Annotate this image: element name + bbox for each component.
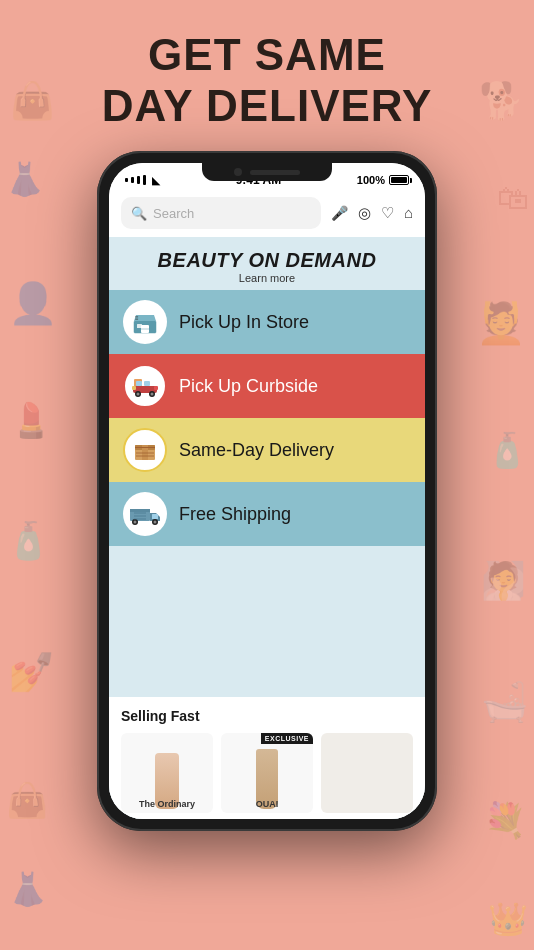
search-placeholder: Search [153, 206, 194, 221]
svg-point-24 [134, 521, 137, 524]
signal-bar-2 [131, 177, 134, 183]
pickup-store-label: Pick Up In Store [179, 312, 309, 333]
pickup-curbside-icon-circle [123, 364, 167, 408]
store-icon: ≡ [130, 307, 160, 337]
product-label-ouai: OUAI [256, 799, 279, 809]
svg-point-12 [151, 393, 154, 396]
battery-percent: 100% [357, 174, 385, 186]
free-shipping-label: Free Shipping [179, 504, 291, 525]
search-input-box[interactable]: 🔍 Search [121, 197, 321, 229]
wifi-icon: ◣ [152, 174, 160, 187]
package-icon [130, 435, 160, 465]
svg-rect-13 [132, 386, 136, 390]
option-free-shipping[interactable]: Free Shipping [109, 482, 425, 546]
svg-rect-18 [135, 447, 155, 448]
same-day-label: Same-Day Delivery [179, 440, 334, 461]
svg-text:≡: ≡ [135, 315, 139, 321]
heart-icon[interactable]: ♡ [381, 204, 394, 222]
option-same-day[interactable]: Same-Day Delivery [109, 418, 425, 482]
search-bar-row: 🔍 Search 🎤 ◎ ♡ ⌂ [109, 191, 425, 237]
option-pickup-store[interactable]: ≡ Pick Up In Store [109, 290, 425, 354]
beauty-section: BEAUTY ON DEMAND Learn more [109, 237, 425, 819]
svg-rect-7 [136, 381, 142, 386]
signal-area: ◣ [125, 174, 160, 187]
selling-fast-section: Selling Fast The Ordinary EXCLUSIVE OUAI [109, 697, 425, 819]
svg-rect-27 [130, 509, 150, 512]
page-header: GET SAME DAY DELIVERY [102, 30, 433, 131]
speaker [250, 170, 300, 175]
product-card-ouai[interactable]: EXCLUSIVE OUAI [221, 733, 313, 813]
pickup-curbside-label: Pick Up Curbside [179, 376, 318, 397]
signal-bar-4 [143, 175, 146, 185]
header-line1: GET SAME [102, 30, 433, 81]
header-line2: DAY DELIVERY [102, 81, 433, 132]
svg-rect-2 [137, 324, 142, 328]
battery-area: 100% [357, 174, 409, 186]
bag-icon[interactable]: ⌂ [404, 204, 413, 222]
svg-rect-14 [154, 386, 158, 390]
camera [234, 168, 242, 176]
free-shipping-icon-circle [123, 492, 167, 536]
nav-icons: ◎ ♡ ⌂ [358, 204, 413, 222]
phone-notch [202, 163, 332, 181]
selling-fast-title: Selling Fast [121, 708, 200, 724]
exclusive-badge: EXCLUSIVE [261, 733, 313, 744]
phone-frame: ◣ 9:41 AM 100% 🔍 Search 🎤 ◎ [97, 151, 437, 831]
svg-rect-22 [152, 514, 158, 519]
product-label-ordinary: The Ordinary [139, 799, 195, 809]
svg-rect-8 [144, 381, 150, 386]
delivery-options-list: ≡ Pick Up In Store [109, 290, 425, 697]
signal-bar-3 [137, 176, 140, 184]
product-row: The Ordinary EXCLUSIVE OUAI [121, 733, 413, 813]
phone-mockup: ◣ 9:41 AM 100% 🔍 Search 🎤 ◎ [97, 151, 437, 831]
beauty-title: BEAUTY ON DEMAND [117, 249, 417, 272]
pickup-store-icon-circle: ≡ [123, 300, 167, 344]
product-card-3[interactable] [321, 733, 413, 813]
search-icon: 🔍 [131, 206, 147, 221]
battery-icon [389, 175, 409, 185]
beauty-header: BEAUTY ON DEMAND Learn more [109, 237, 425, 290]
phone-screen: ◣ 9:41 AM 100% 🔍 Search 🎤 ◎ [109, 163, 425, 819]
signal-bar-1 [125, 178, 128, 182]
product-card-ordinary[interactable]: The Ordinary [121, 733, 213, 813]
battery-fill [391, 177, 407, 183]
mic-icon[interactable]: 🎤 [331, 205, 348, 221]
svg-point-10 [137, 393, 140, 396]
beauty-subtitle[interactable]: Learn more [117, 272, 417, 284]
same-day-icon-circle [123, 428, 167, 472]
option-pickup-curbside[interactable]: Pick Up Curbside [109, 354, 425, 418]
svg-point-26 [154, 521, 157, 524]
truck-icon [128, 499, 162, 529]
profile-icon[interactable]: ◎ [358, 204, 371, 222]
car-icon [130, 371, 160, 401]
